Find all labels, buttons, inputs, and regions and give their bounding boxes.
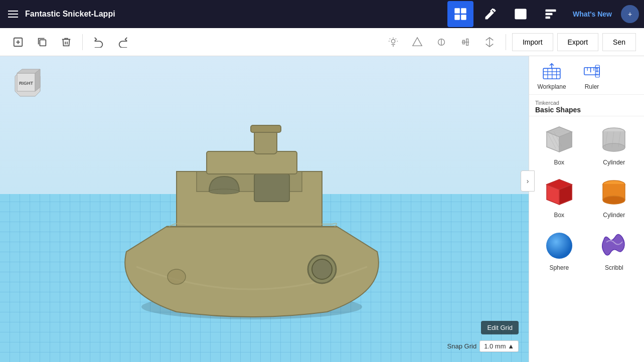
import-button[interactable]: Import <box>512 33 553 51</box>
flip-button[interactable] <box>479 32 500 52</box>
svg-rect-0 <box>454 8 460 13</box>
svg-point-72 <box>603 196 625 204</box>
workplane-tab[interactable]: Workplane <box>534 61 569 94</box>
svg-point-33 <box>312 259 332 279</box>
user-avatar[interactable]: + <box>621 5 639 23</box>
svg-rect-12 <box>40 40 46 46</box>
edit-grid-button[interactable]: Edit Grid <box>481 321 519 334</box>
panel-toggle-button[interactable]: › <box>521 170 535 192</box>
main-area: RIGHT <box>0 56 644 362</box>
svg-rect-3 <box>461 15 466 20</box>
app-title: Fantastic Snicket-Lappi <box>25 10 443 19</box>
export-button[interactable]: Export <box>557 33 598 51</box>
panel-top-tabs: Workplane Ruler <box>529 56 644 95</box>
shape-scribble[interactable]: Scribbl <box>589 227 639 274</box>
ruler-tab-label: Ruler <box>585 83 599 90</box>
shape-sphere-blue[interactable]: Sphere <box>534 227 584 274</box>
svg-marker-14 <box>413 37 422 46</box>
snap-grid-bar: Snap Grid 1.0 mm ▲ <box>447 340 519 352</box>
svg-point-75 <box>546 233 572 259</box>
shapes-grid: Box Cylinder <box>529 116 644 362</box>
svg-rect-2 <box>454 15 460 20</box>
boat-container <box>25 81 478 342</box>
toolbar: Import Export Sen <box>0 28 644 56</box>
snap-grid-label: Snap Grid <box>447 342 477 350</box>
shape-box-red[interactable]: Box <box>534 174 584 222</box>
top-navigation: Fantastic Snicket-Lappi What's New + <box>0 0 644 28</box>
boat-svg <box>76 91 427 332</box>
svg-rect-6 <box>545 10 556 12</box>
code-blocks-button[interactable] <box>538 1 564 27</box>
shape-scribble-label: Scribbl <box>605 264 623 271</box>
svg-rect-1 <box>461 8 466 13</box>
grid-view-button[interactable] <box>447 1 473 27</box>
snap-grid-value[interactable]: 1.0 mm ▲ <box>479 340 519 352</box>
shape-cylinder-gray-label: Cylinder <box>603 159 625 166</box>
svg-point-5 <box>518 13 520 15</box>
menu-icon[interactable] <box>5 6 21 22</box>
svg-rect-29 <box>207 151 297 174</box>
shape-cylinder-gray[interactable]: Cylinder <box>589 121 639 169</box>
svg-rect-28 <box>254 174 289 202</box>
undo-button[interactable] <box>89 32 109 52</box>
svg-rect-8 <box>545 17 550 19</box>
shape-cylinder-orange[interactable]: Cylinder <box>589 174 639 222</box>
mirror-button[interactable] <box>431 32 451 52</box>
svg-rect-35 <box>543 68 560 79</box>
workplane-tab-label: Workplane <box>537 83 566 90</box>
svg-point-34 <box>168 269 186 284</box>
shape-box-gray[interactable]: Box <box>534 121 584 169</box>
svg-rect-31 <box>251 125 281 132</box>
build-mode-button[interactable] <box>477 1 504 27</box>
shape-cylinder-orange-label: Cylinder <box>603 212 625 219</box>
send-button[interactable]: Sen <box>602 33 636 51</box>
panel-category: Basic Shapes <box>535 106 638 114</box>
duplicate-button[interactable] <box>32 32 52 52</box>
ruler-tab[interactable]: Ruler <box>574 61 609 94</box>
visibility-button[interactable] <box>383 32 403 52</box>
redo-button[interactable] <box>113 32 133 52</box>
svg-point-13 <box>391 39 395 43</box>
shape-box-gray-label: Box <box>554 159 564 166</box>
separator-1 <box>82 34 83 50</box>
whats-new-button[interactable]: What's New <box>568 7 617 21</box>
shape-box-red-label: Box <box>554 212 564 219</box>
svg-rect-7 <box>545 13 552 16</box>
panel-source: Tinkercad <box>535 100 638 106</box>
panel-header: Tinkercad Basic Shapes <box>529 95 644 116</box>
align2-button[interactable] <box>455 32 475 52</box>
right-panel: Workplane Ruler <box>529 56 644 362</box>
svg-point-61 <box>603 143 625 151</box>
align-button[interactable] <box>407 32 427 52</box>
viewport[interactable]: RIGHT <box>0 56 529 362</box>
svg-point-27 <box>209 189 239 194</box>
new-design-button[interactable] <box>8 32 28 52</box>
gallery-button[interactable] <box>508 1 534 27</box>
separator-2 <box>506 34 506 50</box>
shape-sphere-blue-label: Sphere <box>549 264 569 271</box>
delete-button[interactable] <box>56 32 76 52</box>
